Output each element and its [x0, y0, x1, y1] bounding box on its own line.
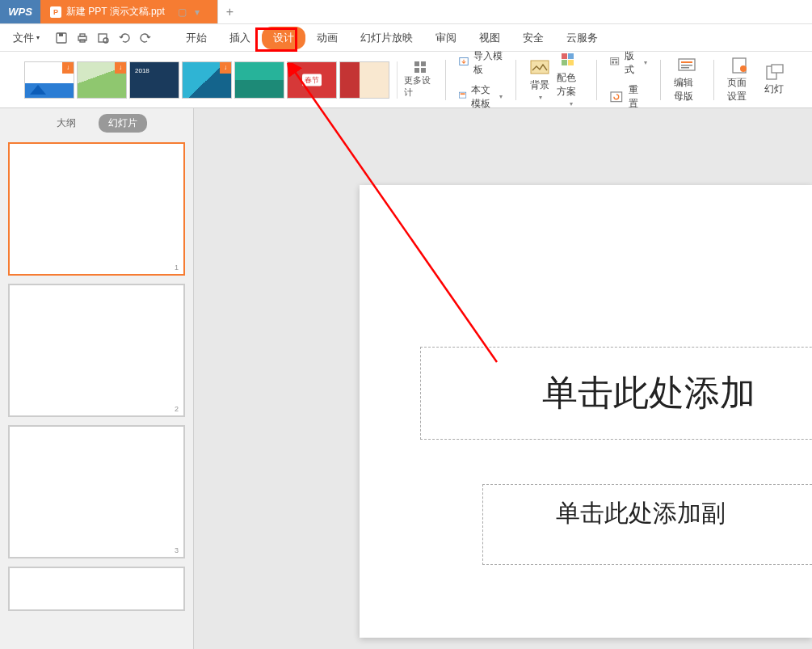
svg-rect-23 — [681, 67, 689, 69]
slides-tab[interactable]: 幻灯片 — [99, 114, 147, 133]
window-icon[interactable]: ▢ — [178, 6, 187, 18]
tab-security[interactable]: 安全 — [511, 27, 555, 49]
layout-button[interactable]: 版式 — [607, 48, 650, 78]
tab-view[interactable]: 视图 — [468, 27, 511, 49]
tab-insert[interactable]: 插入 — [218, 27, 262, 49]
side-tabs: 大纲 幻灯片 — [0, 108, 193, 137]
page-setup-button[interactable]: 页面设置 — [724, 55, 757, 105]
slide-number: 3 — [175, 546, 179, 554]
ribbon-content: ↓ ↓ ↓ 更多设计 导入模板 本文模板 背景 配色方案 版式 — [0, 52, 812, 108]
redo-icon[interactable] — [138, 31, 153, 45]
outline-tab[interactable]: 大纲 — [47, 114, 86, 133]
tab-review[interactable]: 审阅 — [424, 27, 468, 49]
slide-thumb-2[interactable]: 2 — [8, 284, 185, 417]
slide-canvas[interactable]: 单击此处添加 单击此处添加副 — [360, 185, 812, 638]
svg-rect-8 — [459, 92, 465, 98]
svg-rect-14 — [568, 60, 574, 65]
slide-orientation-button[interactable]: 幻灯 — [760, 61, 788, 98]
menubar: 文件▾ 开始 插入 设计 动画 幻灯片放映 审阅 视图 安全 云服务 — [0, 24, 812, 52]
download-badge-icon: ↓ — [220, 62, 231, 74]
tab-design[interactable]: 设计 — [262, 27, 305, 49]
slide-thumb-3[interactable]: 3 — [8, 425, 185, 558]
template-thumb-7[interactable] — [339, 61, 389, 99]
slide-panel: 大纲 幻灯片 1 2 3 — [0, 108, 194, 649]
titlebar: WPS P 新建 PPT 演示文稿.ppt ▢ ▾ + — [0, 0, 812, 24]
import-icon — [459, 57, 470, 70]
template-thumb-4[interactable]: ↓ — [182, 61, 232, 99]
download-badge-icon: ↓ — [115, 62, 126, 74]
slide-number: 2 — [175, 405, 179, 413]
subtitle-placeholder[interactable]: 单击此处添加副 — [482, 484, 812, 565]
tab-slideshow[interactable]: 幻灯片放映 — [349, 27, 424, 49]
download-badge-icon: ↓ — [62, 62, 74, 74]
svg-rect-12 — [568, 53, 574, 59]
separator — [596, 60, 597, 100]
background-button[interactable]: 背景 — [526, 57, 553, 103]
layout-group: 版式 重置 — [607, 48, 650, 112]
svg-rect-18 — [615, 61, 617, 63]
edit-master-button[interactable]: 编辑母版 — [671, 55, 704, 105]
title-placeholder[interactable]: 单击此处添加 — [420, 347, 812, 440]
document-name: 新建 PPT 演示文稿.ppt — [66, 5, 165, 19]
separator — [515, 60, 516, 100]
import-template-button[interactable]: 导入模板 — [456, 48, 507, 78]
svg-rect-27 — [772, 65, 783, 73]
ribbon-tabs: 开始 插入 设计 动画 幻灯片放映 审阅 视图 安全 云服务 — [175, 27, 609, 49]
print-icon[interactable] — [75, 31, 90, 45]
master-icon — [676, 57, 697, 74]
svg-point-25 — [740, 65, 747, 72]
template-gallery: ↓ ↓ ↓ 更多设计 — [24, 61, 435, 99]
svg-rect-1 — [59, 33, 63, 36]
wps-logo: WPS — [0, 0, 40, 23]
reset-icon — [610, 91, 625, 103]
template-thumb-1[interactable]: ↓ — [24, 61, 74, 99]
svg-rect-17 — [612, 61, 614, 63]
separator — [713, 60, 714, 100]
dropdown-icon[interactable]: ▾ — [195, 6, 200, 18]
template-thumb-3[interactable] — [129, 61, 179, 99]
svg-rect-9 — [460, 94, 465, 95]
tab-animation[interactable]: 动画 — [305, 27, 349, 49]
svg-rect-16 — [612, 58, 617, 59]
svg-rect-22 — [681, 65, 692, 66]
template-thumb-5[interactable] — [234, 61, 284, 99]
template-thumb-2[interactable]: ↓ — [77, 61, 127, 99]
save-icon[interactable] — [54, 31, 69, 45]
reset-button[interactable]: 重置 — [607, 82, 650, 112]
slide-number: 1 — [175, 263, 179, 272]
palette-icon — [560, 52, 581, 70]
document-tab[interactable]: P 新建 PPT 演示文稿.ppt ▢ ▾ — [40, 0, 217, 23]
new-tab-button[interactable]: + — [217, 0, 242, 23]
layout-icon — [610, 57, 621, 70]
svg-rect-3 — [80, 34, 85, 36]
ppt-icon: P — [50, 6, 61, 18]
svg-rect-11 — [562, 53, 567, 59]
svg-rect-10 — [531, 61, 549, 74]
slide-thumbnails: 1 2 3 — [0, 137, 193, 649]
page-setup-icon — [730, 57, 751, 74]
template-thumb-6[interactable] — [287, 61, 337, 99]
template-icon — [459, 91, 468, 103]
undo-icon[interactable] — [117, 31, 132, 45]
svg-rect-19 — [611, 91, 622, 101]
tab-cloud[interactable]: 云服务 — [555, 27, 609, 49]
slide-thumb-1[interactable]: 1 — [8, 142, 185, 276]
grid-icon — [414, 61, 426, 73]
file-menu[interactable]: 文件▾ — [8, 27, 44, 48]
tab-controls: ▢ ▾ — [170, 6, 208, 18]
preview-icon[interactable] — [96, 31, 111, 45]
quick-access-toolbar — [46, 31, 161, 45]
svg-rect-13 — [562, 60, 567, 65]
separator — [660, 60, 661, 100]
separator — [445, 60, 446, 100]
template-group: 导入模板 本文模板 — [456, 48, 507, 112]
orientation-icon — [764, 63, 785, 81]
color-scheme-button[interactable]: 配色方案 — [553, 50, 587, 109]
this-template-button[interactable]: 本文模板 — [456, 82, 507, 112]
canvas-area: 单击此处添加 单击此处添加副 — [194, 108, 812, 649]
background-icon — [529, 59, 550, 77]
slide-thumb-4[interactable] — [8, 567, 185, 611]
workspace: 大纲 幻灯片 1 2 3 单击此处添加 单击此处添加副 — [0, 108, 812, 649]
tab-start[interactable]: 开始 — [175, 27, 218, 49]
more-design-button[interactable]: 更多设计 — [397, 61, 435, 99]
